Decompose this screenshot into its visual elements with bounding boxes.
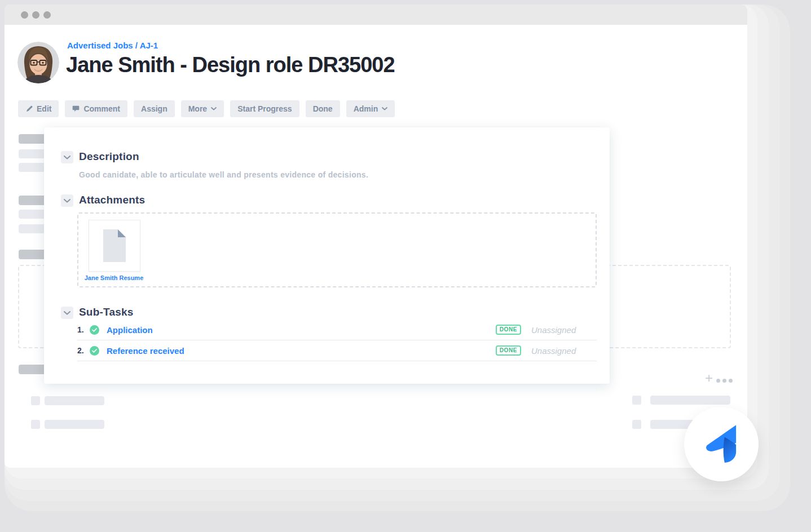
button-label: Assign <box>141 104 168 113</box>
subtask-number: 1. <box>77 325 89 334</box>
status-badge: DONE <box>496 325 521 335</box>
subtask-list: 1. Application DONE Unassigned 2. Re <box>77 320 597 361</box>
browser-window: Advertised Jobs / AJ-1 Jane Smith - Desi… <box>5 5 747 468</box>
jira-logo-icon <box>704 424 738 464</box>
assignee-text: Unassigned <box>531 325 581 335</box>
attachment-dropzone[interactable] <box>77 212 597 287</box>
description-text: Good canidate, able to articulate well a… <box>79 170 368 179</box>
chevron-down-icon <box>64 156 70 159</box>
issue-detail-card: Description Good canidate, able to artic… <box>44 127 610 384</box>
button-label: More <box>188 104 207 113</box>
button-label: Comment <box>83 104 120 113</box>
subtask-row: 1. Application DONE Unassigned <box>77 320 597 340</box>
check-circle-icon <box>90 346 99 356</box>
attachment-thumbnail[interactable] <box>89 220 140 272</box>
skeleton-checkbox <box>632 420 641 429</box>
pencil-icon <box>25 105 33 113</box>
breadcrumb[interactable]: Advertised Jobs / AJ-1 <box>67 41 158 50</box>
button-label: Edit <box>37 104 51 113</box>
document-icon <box>101 229 128 263</box>
speech-bubble-icon <box>72 105 80 112</box>
avatar <box>17 42 59 83</box>
attachment-file-name[interactable]: Jane Smith Resume <box>83 274 145 281</box>
jira-logo-badge <box>684 407 759 481</box>
skeleton-checkbox <box>632 396 641 405</box>
skeleton-bar <box>650 396 730 405</box>
skeleton-checkbox <box>31 396 40 405</box>
comment-button[interactable]: Comment <box>65 100 127 117</box>
subtask-number: 2. <box>77 346 89 355</box>
skeleton-checkbox <box>31 420 40 429</box>
chevron-down-icon <box>64 199 70 203</box>
button-label: Done <box>313 104 333 113</box>
page-title: Jane Smith - Design role DR35002 <box>66 53 395 77</box>
skeleton-bar <box>45 420 104 429</box>
button-label: Admin <box>354 104 378 113</box>
subtask-link[interactable]: Reference received <box>107 346 184 356</box>
admin-button[interactable]: Admin <box>346 100 395 117</box>
window-maximize-button[interactable] <box>43 11 51 19</box>
add-button[interactable]: + <box>702 370 716 387</box>
description-collapse-toggle[interactable] <box>61 151 73 163</box>
subtask-meta: DONE Unassigned <box>496 325 597 335</box>
more-button[interactable]: More <box>181 100 224 117</box>
subtask-row: 2. Reference received DONE Unassigned <box>77 340 597 361</box>
attachments-collapse-toggle[interactable] <box>61 194 73 207</box>
subtasks-collapse-toggle[interactable] <box>61 307 73 319</box>
start-progress-button[interactable]: Start Progress <box>230 100 299 117</box>
issue-toolbar: Edit Comment Assign More Start Progress … <box>18 100 395 117</box>
chevron-down-icon <box>211 107 217 110</box>
attachments-heading: Attachments <box>79 194 145 206</box>
chevron-down-icon <box>382 107 387 110</box>
window-titlebar <box>5 5 747 25</box>
window-minimize-button[interactable] <box>32 11 39 19</box>
button-label: Start Progress <box>237 104 292 113</box>
assignee-text: Unassigned <box>531 346 581 356</box>
assign-button[interactable]: Assign <box>134 100 175 117</box>
description-heading: Description <box>79 150 139 163</box>
edit-button[interactable]: Edit <box>18 100 59 117</box>
subtask-meta: DONE Unassigned <box>496 345 597 356</box>
done-button[interactable]: Done <box>306 100 340 117</box>
page-background: Advertised Jobs / AJ-1 Jane Smith - Desi… <box>0 0 811 532</box>
ellipsis-icon[interactable] <box>716 379 733 383</box>
status-badge: DONE <box>496 345 521 356</box>
check-circle-icon <box>90 325 99 335</box>
chevron-down-icon <box>64 311 70 315</box>
window-close-button[interactable] <box>21 11 28 19</box>
subtasks-heading: Sub-Tasks <box>79 306 133 318</box>
skeleton-bar <box>45 396 104 405</box>
subtask-link[interactable]: Application <box>107 325 153 335</box>
